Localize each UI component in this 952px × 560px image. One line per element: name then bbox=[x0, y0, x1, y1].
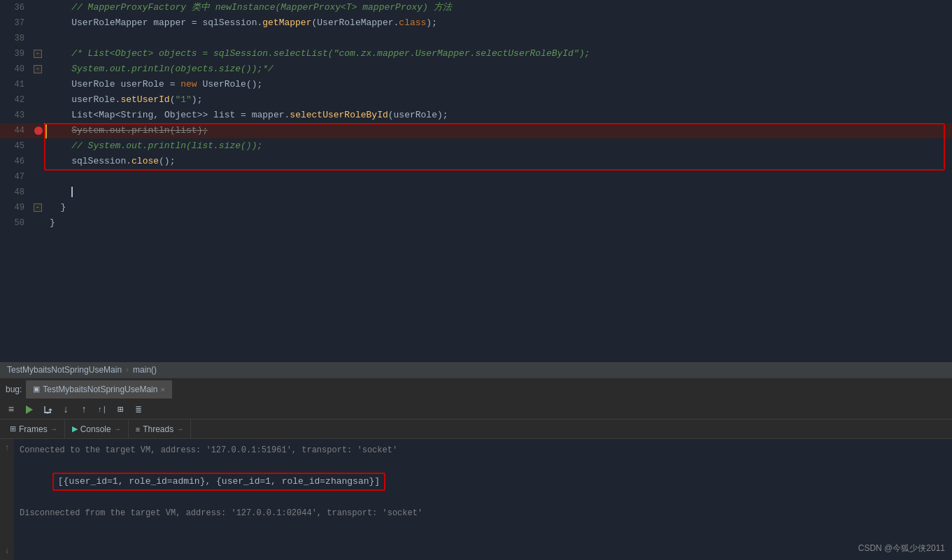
table-row: 45 // System.out.println(list.size()); bbox=[0, 138, 952, 154]
console-result-line: [{user_id=1, role_id=admin}, {user_id=1,… bbox=[20, 459, 946, 505]
tab-console[interactable]: ▶ Console → bbox=[65, 419, 129, 439]
line-number-49: 49 bbox=[0, 200, 31, 215]
toolbar-btn-step-over[interactable] bbox=[41, 403, 55, 417]
gutter-36 bbox=[31, 0, 44, 15]
line-content-45: // System.out.println(list.size()); bbox=[44, 138, 952, 154]
collapse-icon-40[interactable]: - bbox=[34, 65, 42, 73]
toolbar-btn-frames[interactable]: ⊞ bbox=[113, 403, 127, 417]
table-row: 36 // MapperProxyFactory 类中 newInstance(… bbox=[0, 0, 952, 15]
scroll-up[interactable]: ↑ bbox=[4, 443, 9, 453]
tab-console-label: Console bbox=[80, 424, 111, 434]
gutter-43 bbox=[31, 108, 44, 123]
side-scroll: ↑ ↓ bbox=[0, 439, 14, 560]
debug-tab[interactable]: ▣ TestMybaitsNotSpringUseMain × bbox=[26, 380, 172, 399]
gutter-41 bbox=[31, 77, 44, 92]
line-content-41: UserRole userRole = new UserRole(); bbox=[44, 77, 952, 92]
table-row: 47 bbox=[0, 169, 952, 185]
result-box: [{user_id=1, role_id=admin}, {user_id=1,… bbox=[52, 473, 385, 491]
table-row: 40 - System.out.println(objects.size());… bbox=[0, 62, 952, 77]
editor-area: 36 // MapperProxyFactory 类中 newInstance(… bbox=[0, 0, 952, 378]
gutter-50 bbox=[31, 215, 44, 231]
watermark: CSDN @今狐少侠2011 bbox=[858, 543, 945, 554]
line-number-41: 41 bbox=[0, 77, 31, 92]
gutter-48 bbox=[31, 185, 44, 200]
console-arrow: → bbox=[114, 425, 121, 433]
threads-arrow: → bbox=[176, 425, 183, 433]
debug-tab-name: TestMybaitsNotSpringUseMain bbox=[43, 385, 157, 394]
line-content-42: userRole.setUserId("1"); bbox=[44, 92, 952, 108]
gutter-38 bbox=[31, 31, 44, 46]
gutter-42 bbox=[31, 92, 44, 108]
table-row: 46 sqlSession.close(); bbox=[0, 154, 952, 169]
frames-icon: ⊞ bbox=[10, 424, 16, 433]
gutter-37 bbox=[31, 15, 44, 31]
line-content-46: sqlSession.close(); bbox=[44, 154, 952, 169]
line-number-38: 38 bbox=[0, 31, 31, 46]
gutter-47 bbox=[31, 169, 44, 185]
table-row: 41 UserRole userRole = new UserRole(); bbox=[0, 77, 952, 92]
line-number-39: 39 bbox=[0, 46, 31, 62]
svg-rect-2 bbox=[44, 412, 51, 413]
console-line-1: Connected to the target VM, address: '12… bbox=[20, 443, 946, 457]
tab-close-button[interactable]: × bbox=[160, 385, 164, 394]
line-content-36: // MapperProxyFactory 类中 newInstance(Map… bbox=[44, 0, 952, 15]
line-number-42: 42 bbox=[0, 92, 31, 108]
gutter-39: - bbox=[31, 46, 44, 62]
breadcrumb-method: main() bbox=[133, 365, 157, 375]
line-content-39: /* List<Object> objects = sqlSession.sel… bbox=[44, 46, 952, 62]
main-layout: 36 // MapperProxyFactory 类中 newInstance(… bbox=[0, 0, 952, 560]
table-row: 39 - /* List<Object> objects = sqlSessio… bbox=[0, 46, 952, 62]
debug-panel-toolbar: ≡ ↓ ↑ ↑| ⊞ ≣ bbox=[0, 400, 952, 419]
line-content-48 bbox=[44, 185, 952, 200]
toolbar-btn-step-into[interactable]: ↓ bbox=[59, 403, 73, 417]
toolbar-btn-menu[interactable]: ≡ bbox=[4, 403, 18, 417]
breakpoint-44 bbox=[34, 127, 43, 135]
line-content-47 bbox=[44, 169, 952, 185]
collapse-icon-39[interactable]: - bbox=[34, 50, 42, 58]
gutter-40: - bbox=[31, 62, 44, 77]
table-row: 48 bbox=[0, 185, 952, 200]
console-line-3: Disconnected from the target VM, address… bbox=[20, 506, 946, 520]
svg-marker-0 bbox=[26, 405, 33, 414]
line-content-49: } bbox=[44, 200, 952, 215]
toolbar-btn-settings[interactable]: ≣ bbox=[132, 403, 145, 417]
line-content-43: List<Map<String, Object>> list = mapper.… bbox=[44, 108, 952, 123]
line-number-46: 46 bbox=[0, 154, 31, 169]
console-output: ↑ ↓ Connected to the target VM, address:… bbox=[0, 439, 952, 560]
line-number-50: 50 bbox=[0, 215, 31, 231]
line-number-45: 45 bbox=[0, 138, 31, 154]
line-content-50: } bbox=[44, 215, 952, 231]
breadcrumb-sep: › bbox=[126, 365, 129, 375]
table-row: 37 UserRoleMapper mapper = sqlSession.ge… bbox=[0, 15, 952, 31]
debug-toolbar: bug: ▣ TestMybaitsNotSpringUseMain × bbox=[0, 378, 952, 400]
tab-threads-label: Threads bbox=[143, 424, 173, 434]
table-row: 49 - } bbox=[0, 200, 952, 215]
table-row: 42 userRole.setUserId("1"); bbox=[0, 92, 952, 108]
table-row: 44 System.out.println(list); bbox=[0, 123, 952, 138]
svg-marker-1 bbox=[48, 408, 52, 410]
frames-arrow: → bbox=[50, 425, 57, 433]
threads-icon: ≡ bbox=[136, 425, 140, 433]
table-row: 43 List<Map<String, Object>> list = mapp… bbox=[0, 108, 952, 123]
gutter-49: - bbox=[31, 200, 44, 215]
collapse-icon-49[interactable]: - bbox=[34, 203, 42, 212]
line-number-40: 40 bbox=[0, 62, 31, 77]
table-row: 50 } bbox=[0, 215, 952, 231]
breadcrumb: TestMybaitsNotSpringUseMain › main() bbox=[0, 362, 952, 378]
tab-threads[interactable]: ≡ Threads → bbox=[129, 419, 191, 439]
line-number-44: 44 bbox=[0, 123, 31, 138]
tab-frames[interactable]: ⊞ Frames → bbox=[3, 419, 65, 439]
tab-frames-label: Frames bbox=[19, 424, 48, 434]
toolbar-btn-resume[interactable] bbox=[22, 403, 36, 417]
scroll-down[interactable]: ↓ bbox=[4, 546, 9, 556]
line-number-43: 43 bbox=[0, 108, 31, 123]
table-row: 38 bbox=[0, 31, 952, 46]
line-number-48: 48 bbox=[0, 185, 31, 200]
line-number-36: 36 bbox=[0, 0, 31, 15]
gutter-46 bbox=[31, 154, 44, 169]
toolbar-btn-step-out[interactable]: ↑ bbox=[77, 403, 91, 417]
toolbar-btn-step-cursor[interactable]: ↑| bbox=[95, 403, 109, 417]
line-number-37: 37 bbox=[0, 15, 31, 31]
line-content-38 bbox=[44, 31, 952, 46]
panel-tabs: ⊞ Frames → ▶ Console → ≡ Threads → bbox=[0, 419, 952, 439]
